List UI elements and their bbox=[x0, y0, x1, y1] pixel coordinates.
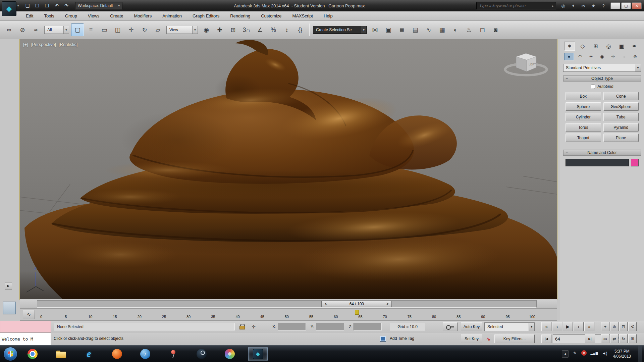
hierarchy-tab[interactable]: ⊞ bbox=[590, 42, 601, 51]
cameras-category-icon[interactable]: ◉ bbox=[597, 53, 607, 60]
search-input[interactable] bbox=[477, 3, 552, 8]
viewport-layout-tabs-button[interactable] bbox=[3, 302, 16, 314]
viewport-label-item[interactable]: [Perspective] bbox=[31, 42, 56, 47]
motion-tab[interactable]: ◎ bbox=[603, 42, 614, 51]
tray-pencil-icon[interactable]: ✎ bbox=[572, 350, 578, 356]
next-key-button[interactable]: ▶| bbox=[585, 334, 595, 343]
fov-button[interactable]: ∢ bbox=[628, 322, 637, 331]
maxscript-listener-pink[interactable] bbox=[0, 321, 51, 333]
zoom-all-button[interactable]: ⊕ bbox=[610, 322, 619, 331]
maximize-viewport-button[interactable]: ⊞ bbox=[628, 334, 637, 343]
set-key-button[interactable]: Set Key bbox=[461, 334, 482, 343]
tray-show-hidden-icon[interactable]: ▲ bbox=[562, 350, 569, 358]
close-button[interactable]: ✕ bbox=[632, 2, 642, 9]
tray-volume-icon[interactable]: ◄) bbox=[602, 350, 607, 356]
time-tag-icon[interactable] bbox=[380, 336, 386, 342]
percent-snap-icon[interactable]: % bbox=[267, 23, 280, 36]
taskbar-explorer-icon[interactable] bbox=[51, 347, 70, 361]
play-animation-button[interactable]: ▶ bbox=[563, 322, 573, 331]
keyboard-override-icon[interactable]: ⊞ bbox=[227, 23, 239, 36]
unlink-selection-icon[interactable]: ⊘ bbox=[16, 23, 29, 36]
plane-button[interactable]: Plane bbox=[603, 134, 639, 142]
select-and-manipulate-icon[interactable]: ✚ bbox=[213, 23, 226, 36]
redo-icon[interactable]: ↷ bbox=[62, 2, 70, 9]
menu-graph-editors[interactable]: Graph Editors bbox=[188, 12, 224, 20]
open-mini-curve-editor-button[interactable]: ∿ bbox=[23, 310, 35, 319]
taskbar-pin-icon[interactable] bbox=[164, 347, 183, 361]
menu-tools[interactable]: Tools bbox=[40, 12, 58, 20]
maximize-button[interactable]: ▢ bbox=[621, 2, 631, 9]
sphere-button[interactable]: Sphere bbox=[566, 102, 601, 111]
perspective-viewport[interactable]: [+][Perspective][Realistic] LEFT Z bbox=[20, 39, 557, 299]
sign-in-icon[interactable]: ✦ bbox=[570, 3, 576, 9]
angle-snap-icon[interactable]: ∠ bbox=[254, 23, 266, 36]
cone-button[interactable]: Cone bbox=[603, 92, 639, 100]
object-name-input[interactable] bbox=[566, 159, 629, 166]
display-tab[interactable]: ▣ bbox=[616, 42, 627, 51]
viewport-label-item[interactable]: [Realistic] bbox=[59, 42, 77, 47]
material-editor-icon[interactable]: ◐ bbox=[449, 23, 462, 36]
auto-key-button[interactable]: Auto Key bbox=[461, 322, 482, 331]
layer-manager-icon[interactable]: ≣ bbox=[395, 23, 408, 36]
viewcube-face-label[interactable]: LEFT bbox=[529, 63, 536, 66]
default-in-out-tangents-icon[interactable]: ∿ bbox=[484, 335, 492, 343]
pan-button[interactable]: ⇄ bbox=[610, 334, 619, 343]
taskbar-itunes-icon[interactable]: ♪ bbox=[136, 347, 155, 361]
help-icon[interactable]: ? bbox=[600, 3, 606, 9]
infocenter-search-icon[interactable]: ◎ bbox=[560, 3, 566, 9]
torus-button[interactable]: Torus bbox=[566, 123, 601, 132]
application-menu-button[interactable]: ◆ bbox=[2, 1, 16, 16]
selection-lock-icon[interactable] bbox=[239, 324, 244, 329]
object-type-rollout-header[interactable]: Object Type bbox=[563, 75, 641, 82]
helpers-category-icon[interactable]: ⊹ bbox=[608, 53, 618, 60]
open-file-icon[interactable]: ❐ bbox=[33, 2, 41, 9]
go-to-end-button[interactable]: » bbox=[584, 322, 594, 331]
next-frame-arrow[interactable]: > bbox=[385, 302, 390, 306]
viewcube[interactable]: LEFT bbox=[501, 47, 551, 85]
go-to-start-button[interactable]: « bbox=[541, 322, 551, 331]
select-and-link-icon[interactable]: ∞ bbox=[3, 23, 15, 36]
menu-help[interactable]: Help bbox=[319, 12, 337, 20]
snap-toggle-3d-icon[interactable]: 3∩ bbox=[240, 23, 253, 36]
show-desktop-button[interactable] bbox=[638, 346, 642, 362]
name-color-rollout-header[interactable]: Name and Color bbox=[563, 150, 641, 156]
taskbar-paint-icon[interactable] bbox=[220, 347, 239, 361]
rendered-frame-window-icon[interactable]: ◻ bbox=[476, 23, 489, 36]
key-mode-dropdown[interactable]: Selected ▼ bbox=[484, 322, 535, 331]
render-production-icon[interactable]: ◙ bbox=[489, 23, 502, 36]
time-slider-handle[interactable]: < 64 / 100 > bbox=[321, 301, 392, 307]
menu-group[interactable]: Group bbox=[61, 12, 82, 20]
space-warps-category-icon[interactable]: ≈ bbox=[619, 53, 629, 60]
select-by-name-icon[interactable]: ≡ bbox=[85, 23, 97, 36]
undo-icon[interactable]: ↶ bbox=[53, 2, 61, 9]
select-and-move-icon[interactable]: ✛ bbox=[125, 23, 138, 36]
cylinder-button[interactable]: Cylinder bbox=[566, 113, 601, 121]
geosphere-button[interactable]: GeoSphere bbox=[603, 102, 639, 111]
y-coordinate-field[interactable] bbox=[316, 323, 344, 330]
align-icon[interactable]: ▣ bbox=[382, 23, 395, 36]
curve-editor-icon[interactable]: ∿ bbox=[422, 23, 435, 36]
tray-error-icon[interactable]: ✕ bbox=[581, 350, 587, 356]
menu-modifiers[interactable]: Modifiers bbox=[129, 12, 156, 20]
previous-key-button[interactable]: |◀ bbox=[541, 334, 551, 343]
viewport-canvas[interactable] bbox=[20, 39, 557, 299]
taskbar-steam-icon[interactable] bbox=[192, 347, 211, 361]
z-coordinate-field[interactable] bbox=[354, 323, 382, 330]
time-slider-track[interactable]: < 64 / 100 > bbox=[37, 300, 537, 308]
ribbon-toggle-icon[interactable]: ▤ bbox=[409, 23, 422, 36]
absolute-mode-icon[interactable]: ✛ bbox=[250, 323, 257, 330]
taskbar-clock[interactable]: 5:37 PM 4/06/2013 bbox=[613, 349, 631, 359]
geometry-category-icon[interactable]: ● bbox=[564, 53, 574, 60]
named-selection-sets-dropdown[interactable]: Create Selection Se ▼ bbox=[313, 26, 367, 34]
tube-button[interactable]: Tube bbox=[603, 113, 639, 121]
box-button[interactable]: Box bbox=[566, 92, 601, 100]
previous-frame-arrow[interactable]: < bbox=[323, 302, 328, 306]
rectangular-selection-region-icon[interactable]: ▭ bbox=[98, 23, 111, 36]
viewport-label-item[interactable]: [+] bbox=[23, 42, 28, 47]
x-coordinate-field[interactable] bbox=[278, 323, 306, 330]
tray-network-icon[interactable]: ▂▄▆ bbox=[590, 350, 598, 356]
next-frame-button[interactable]: › bbox=[574, 322, 584, 331]
pyramid-button[interactable]: Pyramid bbox=[603, 123, 639, 132]
autogrid-checkbox[interactable] bbox=[591, 85, 595, 89]
subcategory-dropdown[interactable]: Standard Primitives ▼ bbox=[563, 64, 641, 72]
